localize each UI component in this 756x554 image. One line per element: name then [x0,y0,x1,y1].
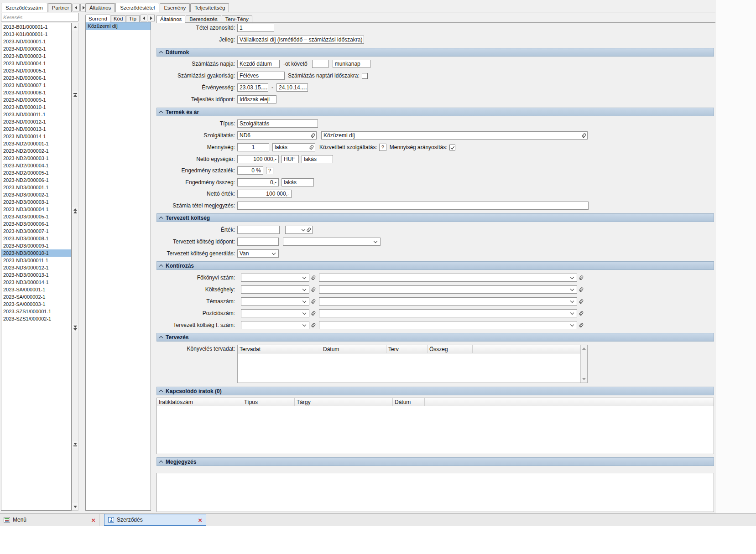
column-header-tipus[interactable]: Típus [242,398,295,406]
section-megjegyzes-header[interactable]: Megjegyzés [156,457,714,466]
kontirozas-code-combobox[interactable] [241,274,309,282]
contract-list-item[interactable]: 2023-ND2/000004-1 [1,162,71,169]
tetel-azonosito-input[interactable]: 1 [237,24,274,32]
contract-list-item[interactable]: 2023-ND2/000002-1 [1,147,71,155]
szamlazas-napja-input[interactable]: Kezdő dátum [237,60,280,68]
contract-list-item[interactable]: 2013-K01/000001-1 [1,31,71,38]
contract-list-item[interactable]: 2023-ND2/000001-1 [1,140,71,147]
taskbar-item-szerzodes[interactable]: Szerződés × [104,514,206,526]
contract-list-item[interactable]: 2023-ND3/000008-1 [1,235,71,242]
mennyiseg-egyseg-input[interactable]: lakás [272,143,315,151]
section-termek-header[interactable]: Termék és ár [156,108,714,116]
column-header-osszeg[interactable]: Összeg [428,345,473,353]
aranyositas-checkbox[interactable] [449,145,455,150]
szamlazasi-gyakorisag-input[interactable]: Féléves [237,72,285,80]
contract-list-item[interactable]: 2023-SZS1/000001-1 [1,308,71,315]
contract-list-item[interactable]: 2023-ND3/000001-1 [1,184,71,191]
section-tervezes-header[interactable]: Tervezés [156,333,714,342]
tervezett-idopont-input[interactable] [237,238,279,246]
subtab-kod[interactable]: Kód [111,15,125,22]
engedmeny-osszeg-input[interactable]: 0,- [237,178,279,186]
taskbar-item-menu[interactable]: Menü × [0,514,99,526]
contract-list-item[interactable]: 2013-B01/000001-1 [1,23,71,31]
attachment-button[interactable] [311,287,316,292]
tipus-input[interactable]: Szolgáltatás [237,119,318,128]
tervezes-table-scrollbar[interactable] [580,345,587,383]
contract-list-item[interactable]: 2023-SA/000002-1 [1,293,71,300]
contract-list-item[interactable]: 2023-ND2/000003-1 [1,155,71,162]
subtab-sorrend[interactable]: Sorrend [85,15,110,22]
naptari-idoszak-checkbox[interactable] [362,73,368,79]
subtab-scroll-right-button[interactable] [148,15,155,21]
search-input[interactable] [1,13,78,21]
ervenyesseg-ig-datefield[interactable]: 24.10.14. ... [276,83,308,92]
section-kontirozas-header[interactable]: Kontírozás [156,261,714,270]
date-picker-button[interactable]: ... [302,86,307,89]
attachment-button[interactable] [579,322,584,328]
contract-list-item[interactable]: 2023-ND/000001-1 [1,38,71,45]
attachment-button[interactable] [579,287,584,292]
kontirozas-code-combobox[interactable] [241,321,309,329]
contract-list-item[interactable]: 2023-SA/000001-1 [1,286,71,293]
attachment-button[interactable] [311,275,316,280]
munkanap-input[interactable]: munkanap [333,60,370,68]
contract-list-item[interactable]: 2023-ND3/000011-1 [1,257,71,264]
netto-ertek-input[interactable]: 100 000,- [237,190,292,198]
column-header-terv[interactable]: Terv [386,345,428,353]
contract-list-item[interactable]: 2023-ND3/000007-1 [1,228,71,235]
section-tervezett-koltseg-header[interactable]: Tervezett költség [156,213,714,222]
scroll-page-down-button[interactable] [72,324,78,331]
contract-list-item[interactable]: 2023-ND3/000009-1 [1,242,71,249]
kontirozas-name-combobox[interactable] [319,321,577,329]
ot-koveto-input[interactable] [312,60,328,68]
contract-list-item[interactable]: 2023-ND/000013-1 [1,125,71,133]
kontirozas-name-combobox[interactable] [319,274,577,282]
contract-list-item[interactable]: 2023-ND/000002-1 [1,45,71,52]
kontirozas-name-combobox[interactable] [319,309,577,317]
contract-list-item[interactable]: 2023-ND3/000006-1 [1,220,71,228]
contract-list-item[interactable]: 2023-ND3/000014-1 [1,279,71,286]
scroll-up-button[interactable] [72,23,78,31]
attachment-button[interactable] [311,311,316,316]
contract-list-scrollbar[interactable] [72,23,78,511]
kontirozas-code-combobox[interactable] [241,309,309,317]
contract-list-item[interactable]: 2023-ND3/000012-1 [1,264,71,271]
formtab-terv-teny[interactable]: Terv-Tény [222,16,252,22]
scroll-page-up-button[interactable] [72,207,78,214]
engedmeny-egyseg-input[interactable]: lakás [282,178,314,186]
kozvetitett-question-button[interactable]: ? [379,144,386,151]
tab-esemeny[interactable]: Esemény [160,3,190,12]
contract-list-item[interactable]: 2023-ND3/000005-1 [1,213,71,220]
tab-partner-szama[interactable]: Partner sz [48,3,72,12]
column-header-targy[interactable]: Tárgy [295,398,393,406]
contract-list-item[interactable]: 2023-ND/000005-1 [1,67,71,74]
date-picker-button[interactable]: ... [262,86,268,89]
contract-list-item[interactable]: 2023-ND/000010-1 [1,104,71,111]
contract-list-item[interactable]: 2023-ND2/000005-1 [1,169,71,176]
contract-item[interactable]: Közüzemi díj [86,22,151,30]
contract-list-item[interactable]: 2023-ND3/000010-1 [1,249,71,257]
engedmeny-szazalek-input[interactable]: 0 % [237,166,263,175]
attachment-button[interactable] [579,299,584,304]
contract-list-item[interactable]: 2023-ND/000012-1 [1,118,71,125]
kontirozas-name-combobox[interactable] [319,297,577,305]
contract-list-item[interactable]: 2023-SA/000003-1 [1,300,71,308]
contract-list-item[interactable]: 2023-ND/000011-1 [1,111,71,118]
egysegar-egyseg-input[interactable]: lakás [302,155,333,163]
scroll-first-button[interactable] [72,91,78,98]
scroll-down-button[interactable] [72,503,78,510]
close-icon[interactable]: × [198,517,202,523]
kontirozas-code-combobox[interactable] [241,285,309,294]
engedmeny-question-button[interactable]: ? [266,167,273,174]
subtab-tipus[interactable]: Típ [126,15,140,22]
megjegyzes-textarea[interactable] [156,473,714,512]
contract-list-item[interactable]: 2023-ND/000004-1 [1,60,71,67]
tab-szerzodesszam[interactable]: Szerződésszám [1,3,47,12]
contract-list-item[interactable]: 2023-ND3/000013-1 [1,271,71,279]
devizanem-input[interactable]: HUF [282,155,299,163]
attachment-button[interactable] [579,275,584,280]
generalas-combobox[interactable]: Van [237,249,279,258]
section-datumok-header[interactable]: Dátumok [156,48,714,57]
formtab-altalanos[interactable]: Általános [156,15,185,23]
column-header-datum[interactable]: Dátum [321,345,386,353]
